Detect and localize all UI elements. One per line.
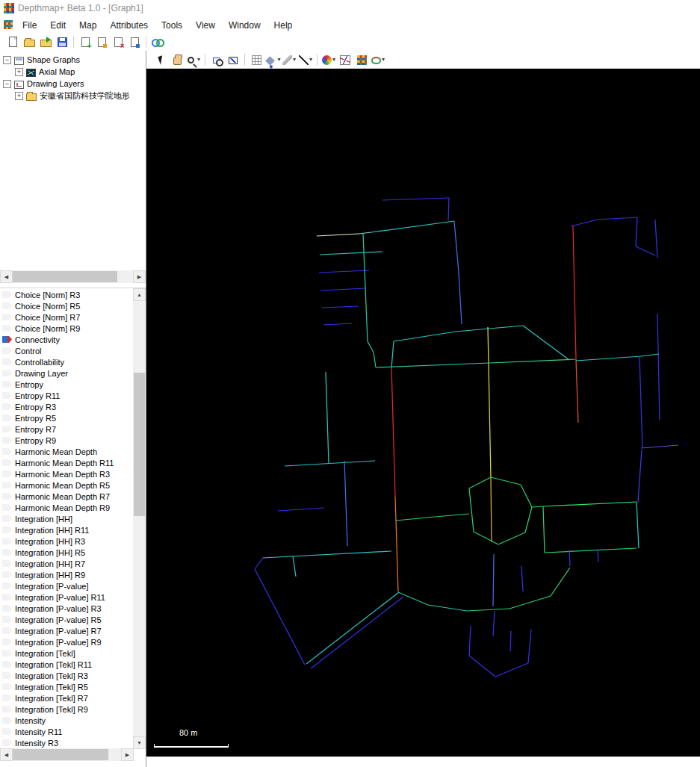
update-record-button[interactable]: [93, 34, 110, 49]
axial-line[interactable]: [255, 558, 263, 569]
axial-line[interactable]: [509, 596, 551, 609]
axial-line[interactable]: [598, 549, 598, 562]
attribute-item[interactable]: Entropy R9: [0, 435, 133, 446]
axial-line[interactable]: [636, 217, 637, 246]
axial-line[interactable]: [469, 656, 495, 677]
axial-line[interactable]: [448, 198, 449, 220]
attribute-item[interactable]: Harmonic Mean Depth R5: [0, 479, 133, 491]
attribute-item[interactable]: Harmonic Mean Depth R7: [0, 491, 133, 502]
axial-line[interactable]: [636, 502, 639, 548]
attribute-item[interactable]: Integration [HH] R9: [0, 569, 133, 580]
menu-view[interactable]: View: [189, 19, 222, 32]
step-depth-button[interactable]: ▾: [370, 52, 386, 67]
axial-lines-button[interactable]: [337, 52, 353, 67]
axial-line[interactable]: [569, 550, 570, 566]
attribute-item[interactable]: Choice [Norm] R7: [0, 311, 133, 323]
select-pointer-button[interactable]: [152, 52, 169, 67]
axial-line[interactable]: [525, 507, 532, 532]
axial-line[interactable]: [311, 597, 403, 668]
attribute-item[interactable]: Integration [HH] R7: [0, 558, 133, 569]
axial-line[interactable]: [543, 502, 636, 506]
zoom-window-button[interactable]: [208, 52, 225, 67]
menu-edit[interactable]: Edit: [43, 19, 72, 32]
dropdown-caret-icon[interactable]: ▾: [197, 56, 200, 63]
fit-view-button[interactable]: [225, 52, 241, 67]
attribute-item[interactable]: Integration [P-value] R3: [0, 603, 133, 614]
menu-help[interactable]: Help: [267, 19, 300, 32]
axial-line[interactable]: [293, 556, 296, 577]
attribute-item[interactable]: Integration [Tekl] R9: [0, 704, 133, 715]
axial-line[interactable]: [398, 592, 428, 605]
attribute-item[interactable]: Harmonic Mean Depth R11: [0, 457, 133, 468]
dropdown-caret-icon[interactable]: ▾: [277, 56, 280, 63]
scroll-right-icon[interactable]: ▶: [121, 748, 134, 761]
axial-line[interactable]: [491, 477, 521, 485]
axial-line[interactable]: [532, 506, 543, 507]
tree-expander-plus-icon[interactable]: +: [15, 68, 23, 76]
scroll-thumb[interactable]: [13, 271, 117, 282]
attribute-summary-button[interactable]: ▾: [320, 52, 337, 67]
axial-line[interactable]: [639, 356, 642, 448]
axial-line[interactable]: [396, 517, 435, 521]
axial-line[interactable]: [528, 630, 531, 663]
axial-line[interactable]: [551, 568, 570, 596]
axial-line[interactable]: [459, 273, 462, 324]
attribute-item[interactable]: Control: [0, 345, 133, 356]
menu-attributes[interactable]: Attributes: [103, 19, 155, 32]
map-canvas[interactable]: 80 m: [146, 69, 700, 757]
axial-line[interactable]: [571, 220, 598, 226]
dropdown-caret-icon[interactable]: ▾: [382, 56, 385, 63]
open-file-button[interactable]: [21, 34, 37, 49]
axial-line[interactable]: [521, 485, 532, 507]
axial-line[interactable]: [454, 221, 459, 273]
add-record-button[interactable]: [77, 34, 93, 49]
attribute-item[interactable]: Integration [HH] R3: [0, 535, 133, 547]
import-file-button[interactable]: [37, 34, 54, 49]
attribute-item[interactable]: Entropy R7: [0, 423, 133, 435]
attribute-item[interactable]: Integration [HH] R11: [0, 524, 133, 535]
scroll-thumb[interactable]: [134, 373, 145, 516]
attribute-item[interactable]: Entropy R11: [0, 390, 133, 401]
axial-line[interactable]: [456, 326, 523, 332]
attribute-item[interactable]: Harmonic Mean Depth R3: [0, 468, 133, 479]
attribute-item[interactable]: Integration [Tekl]: [0, 648, 133, 659]
tree-expander-minus-icon[interactable]: −: [3, 56, 11, 64]
join-button[interactable]: [149, 34, 166, 49]
attribute-item[interactable]: Integration [P-value] R7: [0, 625, 133, 636]
document-window-icon[interactable]: [4, 20, 13, 29]
save-button[interactable]: [54, 34, 70, 49]
axial-line[interactable]: [495, 663, 528, 677]
attribute-item[interactable]: Integration [P-value] R11: [0, 591, 133, 603]
dropdown-caret-icon[interactable]: ▾: [332, 56, 335, 63]
zoom-button[interactable]: ▾: [185, 52, 202, 67]
axial-line[interactable]: [638, 450, 642, 502]
attribute-item[interactable]: Integration [P-value] R9: [0, 636, 133, 648]
axial-line[interactable]: [657, 314, 660, 420]
attribute-horizontal-scrollbar[interactable]: ◀ ▶: [0, 748, 134, 761]
pan-hand-button[interactable]: [169, 52, 185, 67]
axial-line[interactable]: [655, 220, 657, 258]
axial-line[interactable]: [320, 288, 365, 291]
axial-line[interactable]: [326, 372, 329, 463]
fill-button[interactable]: ▾: [264, 52, 281, 67]
axial-line[interactable]: [317, 234, 359, 236]
attribute-item[interactable]: Harmonic Mean Depth R9: [0, 502, 133, 513]
scroll-down-icon[interactable]: ▼: [133, 736, 146, 749]
show-grid-button[interactable]: [248, 52, 264, 67]
axial-line[interactable]: [576, 359, 578, 423]
remove-record-button[interactable]: [110, 34, 126, 49]
axial-line[interactable]: [306, 592, 399, 664]
attribute-item[interactable]: Integration [HH] R5: [0, 547, 133, 558]
axial-line[interactable]: [435, 514, 469, 517]
dropdown-caret-icon[interactable]: ▾: [293, 56, 296, 63]
attribute-item[interactable]: Choice [Norm] R5: [0, 300, 133, 311]
axial-line[interactable]: [491, 478, 492, 542]
axial-line[interactable]: [391, 341, 394, 367]
attribute-item[interactable]: Entropy R3: [0, 401, 133, 412]
scroll-up-icon[interactable]: ▲: [133, 288, 146, 301]
scroll-thumb[interactable]: [13, 749, 108, 760]
attribute-item[interactable]: Integration [Tekl] R11: [0, 659, 133, 670]
attribute-item[interactable]: Choice [Norm] R9: [0, 323, 133, 334]
axial-line[interactable]: [576, 356, 641, 361]
axial-line[interactable]: [488, 327, 491, 478]
